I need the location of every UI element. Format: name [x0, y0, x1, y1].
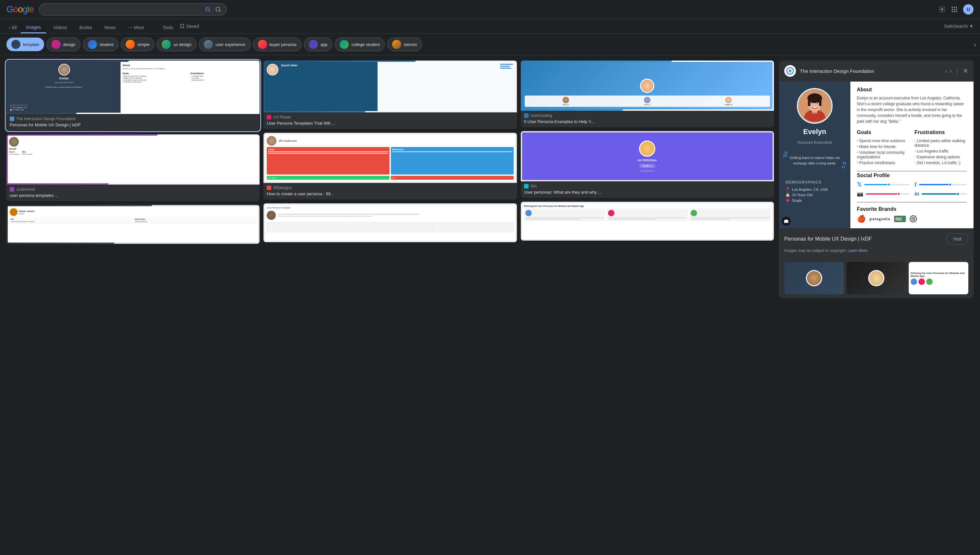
saved-button[interactable]: Saved	[180, 24, 199, 31]
grid-column-2: David Inkler UX Planet	[264, 61, 517, 244]
search-button[interactable]	[215, 6, 221, 13]
frustrations-list: Limited parks within walking distance Lo…	[914, 138, 967, 166]
header-right: U	[938, 4, 974, 14]
chip-buyer-persona[interactable]: buyer persona	[253, 38, 301, 51]
brands-list: 🍎 patagonia REI	[857, 215, 967, 223]
chip-student[interactable]: student	[83, 38, 118, 51]
panel-more-button[interactable]: ⋮	[954, 67, 960, 74]
panel-source-logo	[784, 65, 796, 77]
image-card-8[interactable]: User Persona Template	[264, 203, 517, 242]
demo-status: 💗 Single	[785, 198, 844, 202]
facebook-bar	[919, 184, 967, 185]
persona-portrait	[798, 88, 832, 124]
frustrations-title: Frustrations	[914, 130, 967, 135]
search-input[interactable]: user persona	[44, 6, 204, 12]
frustration-3: Expensive dining options	[914, 154, 967, 160]
apps-button[interactable]	[951, 6, 958, 13]
goal-3: Volunteer local community organizations	[857, 149, 909, 160]
panel-actions: ‹ › ⋮ ✕	[945, 67, 968, 75]
panel-scroll[interactable]: Evelyn Account Executive " Getting back …	[779, 82, 974, 298]
svg-rect-6	[952, 7, 953, 8]
twitter-bar-fill	[864, 184, 889, 185]
bottom-thumb-3[interactable]: Defining the User Personas for Website a…	[909, 262, 968, 294]
chip-template[interactable]: template	[6, 38, 44, 51]
image-card-9[interactable]: Defining the User Personas for Website a…	[521, 202, 774, 241]
chips-scroll-right[interactable]: ›	[964, 38, 980, 51]
chip-design[interactable]: design	[47, 38, 80, 51]
persona-name: Evelyn	[803, 128, 826, 136]
image-card-3[interactable]: Mark 22 Justin 31 Maggie 32 UserGuiding …	[521, 61, 774, 127]
social-twitter: 𝕏	[857, 181, 909, 188]
svg-rect-7	[954, 7, 955, 8]
chip-user-experience[interactable]: user experience	[199, 38, 251, 51]
image-card-7[interactable]: Oliver Jones Goals BioLorem ipsum dolor …	[6, 205, 259, 244]
image-card-4[interactable]: Assaf AboutCore needs... WhyWhy he got..…	[6, 135, 259, 201]
learn-more-link[interactable]: Learn More	[848, 249, 867, 253]
svg-rect-8	[956, 7, 957, 8]
svg-rect-10	[954, 9, 955, 10]
persona-card: Evelyn Account Executive " Getting back …	[779, 82, 974, 228]
bottom-thumbnails: Defining the User Personas for Website a…	[779, 258, 974, 298]
image-grid: Evelyn Account Executive "Getting back t…	[6, 61, 774, 298]
panel-next-button[interactable]: ›	[950, 68, 952, 74]
chip-app[interactable]: app	[304, 38, 333, 51]
tab-books[interactable]: Books	[74, 22, 98, 33]
nav-back-arrow[interactable]: ‹ All	[6, 22, 19, 33]
safesearch-toggle[interactable]: SafeSearch ▼	[944, 24, 974, 31]
card-4-label: Justinmind user persona templates ...	[6, 184, 259, 201]
main-content: Evelyn Account Executive "Getting back t…	[0, 55, 980, 303]
tab-more[interactable]: ⋯ More	[122, 22, 150, 33]
camera-icon	[784, 219, 789, 223]
avatar[interactable]: U	[963, 4, 974, 14]
chip-college-student[interactable]: college student	[335, 38, 385, 51]
card-6-label: Wix User personas: What are they and why…	[521, 181, 774, 198]
bottom-thumb-1[interactable]	[784, 262, 844, 294]
goals-title: Goals	[857, 130, 909, 135]
visit-button[interactable]: Visit	[946, 233, 968, 244]
social-linkedin: in	[914, 191, 967, 197]
panel-close-button[interactable]: ✕	[963, 67, 968, 75]
svg-point-35	[912, 218, 914, 220]
grid-column-1: Evelyn Account Executive "Getting back t…	[6, 61, 259, 244]
chip-xtensio[interactable]: xtensio	[387, 38, 422, 51]
goal-2: Make time for friends	[857, 144, 909, 149]
chips-row: template design student simple ux design…	[0, 34, 980, 55]
visual-search-button[interactable]	[782, 217, 791, 226]
svg-point-29	[811, 103, 813, 104]
frustration-4: Did I mention, LA traffic ;)	[914, 160, 967, 166]
tab-images[interactable]: Images	[21, 22, 46, 33]
goals-section: Goals Spend more time outdoors Make time…	[857, 130, 909, 166]
settings-button[interactable]	[938, 6, 946, 13]
linkedin-bar	[922, 193, 967, 195]
persona-photo	[797, 88, 832, 124]
card-2-label: UX Planet User Persona Templates That Wi…	[264, 112, 517, 129]
panel-prev-button[interactable]: ‹	[945, 68, 947, 74]
image-card-2[interactable]: David Inkler UX Planet	[264, 61, 517, 129]
facebook-bar-fill	[919, 184, 950, 185]
instagram-bar	[866, 193, 909, 195]
image-card-6[interactable]: UX PERSONA NAME ▼ OCCUPATION ▼ Wix Use	[521, 131, 774, 198]
tab-videos[interactable]: Videos	[48, 22, 72, 33]
chip-ux-design[interactable]: ux design	[157, 38, 196, 51]
bottom-thumb-2[interactable]	[846, 262, 906, 294]
demo-location: 📍 Los Angeles, CA, USA	[785, 187, 844, 191]
goal-4: Practice mindfulness	[857, 160, 909, 166]
tools-button[interactable]: Tools	[158, 22, 179, 33]
apps-icon	[951, 6, 958, 13]
brand-patagonia: patagonia	[869, 216, 890, 221]
tab-news[interactable]: News	[99, 22, 121, 33]
goals-frustrations: Goals Spend more time outdoors Make time…	[857, 130, 967, 166]
panel-footer-title: Personas for Mobile UX Design | IxDF	[784, 236, 942, 242]
social-profile-section: Social Profile 𝕏	[857, 173, 967, 197]
chip-simple[interactable]: simple	[121, 38, 154, 51]
search-bar: user persona	[39, 3, 227, 16]
google-logo: Google	[6, 4, 34, 14]
image-card-5[interactable]: Jill Anderson Goals Motivation	[264, 133, 517, 199]
image-card-1[interactable]: Evelyn Account Executive "Getting back t…	[6, 61, 259, 130]
goals-list: Spend more time outdoors Make time for f…	[857, 138, 909, 166]
svg-text:REI: REI	[895, 217, 902, 221]
lens-button[interactable]	[204, 6, 211, 13]
frustration-2: Los Angeles traffic	[914, 148, 967, 154]
twitter-bar	[864, 184, 909, 185]
instagram-bar-fill	[866, 193, 899, 195]
